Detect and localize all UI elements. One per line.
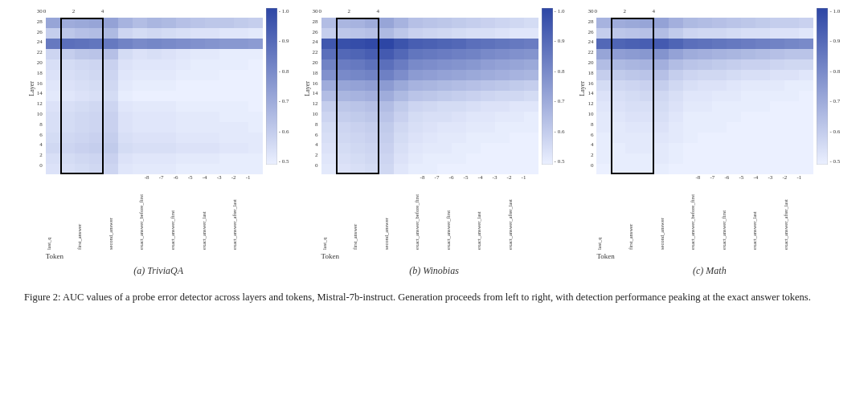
svg-rect-184 [104, 143, 118, 153]
svg-rect-25 [190, 28, 205, 39]
svg-rect-536 [727, 70, 741, 80]
svg-rect-426 [394, 153, 408, 164]
y-tick: 14 [37, 90, 43, 96]
y-tick: 4 [37, 141, 43, 148]
svg-rect-246 [394, 28, 408, 39]
svg-rect-299 [510, 59, 524, 70]
svg-rect-272 [336, 49, 350, 59]
svg-rect-211 [60, 164, 75, 174]
svg-rect-464 [770, 18, 784, 28]
svg-rect-129 [176, 101, 190, 112]
svg-rect-550 [712, 80, 727, 91]
bottom-tick: -6 [724, 174, 729, 181]
x-title-c: Token [596, 252, 813, 260]
svg-rect-52 [147, 49, 162, 59]
heatmap-wrapper-a: Layer302826242220181614121086420024-8-7-… [28, 8, 289, 260]
y-axis-a: Layer302826242220181614121086420 [28, 8, 44, 169]
svg-rect-305 [379, 70, 394, 80]
svg-rect-599 [770, 112, 784, 122]
top-tick: 4 [652, 8, 655, 14]
x-label: exact_answer_after_last [507, 186, 538, 250]
svg-rect-278 [423, 49, 437, 59]
svg-rect-443 [423, 164, 437, 174]
colorbar-svg-c [817, 8, 828, 165]
svg-rect-645 [784, 143, 799, 153]
svg-rect-555 [784, 80, 799, 91]
svg-rect-489 [698, 39, 712, 49]
svg-rect-478 [755, 28, 770, 39]
svg-rect-617 [596, 133, 611, 143]
svg-rect-327 [481, 80, 495, 91]
x-label: exact_answer_last [201, 186, 232, 250]
svg-rect-353 [423, 101, 437, 112]
heatmap-c [596, 18, 813, 174]
colorbar-b: - 1.0- 0.9- 0.8- 0.7- 0.6- 0.5 [542, 8, 565, 165]
bottom-tick: -5 [464, 174, 469, 181]
svg-rect-8 [162, 18, 176, 28]
svg-rect-582 [741, 101, 755, 112]
svg-rect-248 [423, 28, 437, 39]
svg-rect-301 [321, 70, 336, 80]
svg-rect-214 [104, 164, 118, 174]
svg-rect-583 [755, 101, 770, 112]
svg-rect-84 [176, 70, 190, 80]
svg-rect-266 [466, 39, 481, 49]
svg-rect-564 [698, 91, 712, 101]
svg-rect-87 [219, 70, 234, 80]
bottom-tick: -7 [710, 174, 714, 181]
svg-rect-196 [60, 153, 75, 164]
svg-rect-640 [712, 143, 727, 153]
colorbar-tick: - 0.9 [829, 38, 840, 44]
x-labels-c: last_qfirst_answersecond_answerexact_ans… [596, 186, 813, 250]
svg-rect-397 [408, 133, 423, 143]
svg-rect-372 [481, 112, 495, 122]
svg-rect-356 [466, 101, 481, 112]
svg-rect-482 [596, 39, 611, 49]
svg-rect-428 [423, 153, 437, 164]
svg-rect-77 [75, 70, 89, 80]
svg-rect-434 [510, 153, 524, 164]
colorbar-a: - 1.0- 0.9- 0.8- 0.7- 0.6- 0.5 [266, 8, 289, 165]
svg-rect-471 [654, 28, 669, 39]
svg-rect-540 [784, 70, 799, 80]
svg-rect-660 [784, 153, 799, 164]
svg-rect-632 [596, 143, 611, 153]
svg-rect-462 [741, 18, 755, 28]
svg-rect-575 [640, 101, 654, 112]
svg-rect-11 [205, 18, 219, 28]
svg-rect-93 [89, 80, 104, 91]
svg-rect-586 [799, 101, 813, 112]
y-tick: 26 [588, 29, 593, 35]
svg-rect-9 [176, 18, 190, 28]
svg-rect-182 [75, 143, 89, 153]
svg-rect-354 [437, 101, 452, 112]
svg-rect-101 [205, 80, 219, 91]
svg-rect-328 [495, 80, 510, 91]
svg-rect-126 [133, 101, 147, 112]
svg-rect-63 [89, 59, 104, 70]
svg-rect-477 [741, 28, 755, 39]
top-tick: 2 [623, 8, 626, 14]
svg-rect-274 [365, 49, 379, 59]
svg-rect-651 [654, 153, 669, 164]
svg-rect-370 [452, 112, 466, 122]
svg-rect-216 [133, 164, 147, 174]
x-label: exact_answer_before_first [690, 186, 721, 250]
y-tick: 22 [313, 49, 318, 55]
svg-rect-524 [770, 59, 784, 70]
svg-rect-58 [234, 49, 248, 59]
svg-rect-157 [147, 122, 162, 133]
svg-rect-47 [75, 49, 89, 59]
svg-rect-444 [437, 164, 452, 174]
svg-rect-604 [625, 122, 640, 133]
bottom-tick: -3 [768, 174, 772, 181]
svg-rect-103 [234, 80, 248, 91]
svg-rect-631 [799, 133, 813, 143]
svg-rect-319 [365, 80, 379, 91]
svg-rect-22 [147, 28, 162, 39]
svg-rect-451 [542, 8, 553, 165]
svg-rect-14 [248, 18, 263, 28]
svg-rect-362 [336, 112, 350, 122]
svg-rect-425 [379, 153, 394, 164]
svg-rect-418 [495, 143, 510, 153]
